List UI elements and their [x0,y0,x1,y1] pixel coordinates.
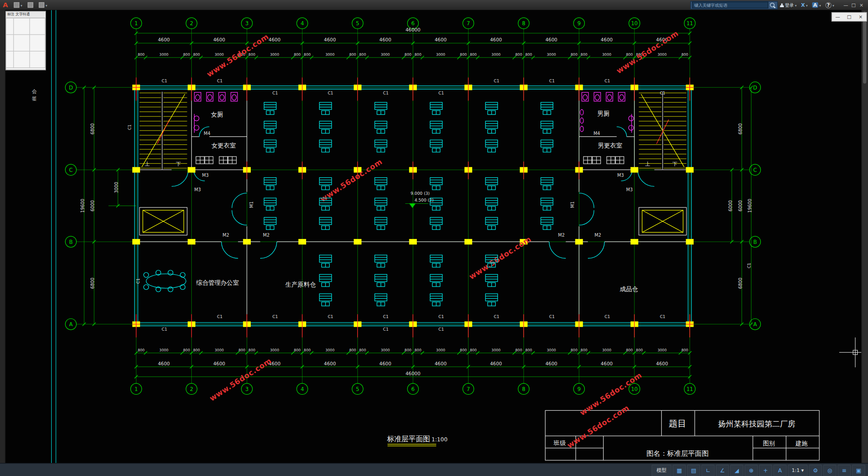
updown-text: 上 [145,161,150,167]
mdi-minimize-button[interactable]: — [833,13,842,21]
help-button[interactable]: ?▾ [825,1,834,9]
isometric-drafting[interactable]: ◢ [730,464,744,476]
door-text: M4 [593,131,600,136]
dimsm-text: 800 [359,348,366,352]
tb3-text: 图别 [763,440,775,447]
drawing-canvas[interactable]: 11223344556677889910101111DDCCBBAA460046… [0,10,868,463]
bubbletxt-text: A [753,321,757,328]
tb3-text: 班级 [554,439,566,446]
tb4-text: 图名：标准层平面图 [646,449,709,458]
autodesk360-button[interactable]: X▾ [801,1,808,9]
dimsm-text: 800 [359,53,366,57]
door-text: M1 [570,202,575,208]
signin-label: 登录 [785,2,794,8]
workbench [430,274,442,287]
dimsm-text: 800 [415,348,421,352]
dimv-text: 19600 [80,199,85,213]
bubbletxt-text: 3 [245,20,249,27]
column [686,167,693,172]
scrollbar-thumb[interactable] [863,12,866,84]
clean-screen[interactable]: ▣ [852,464,865,476]
dimsm-text: 800 [138,348,145,352]
column [465,239,472,244]
bubbletxt-text: 6 [411,20,415,27]
workbench [375,198,387,210]
workbench [264,102,276,114]
close-button[interactable]: × [858,2,865,8]
signin-button[interactable]: 登录▾ [780,1,797,9]
dimsm-text: 800 [249,53,255,57]
chevron-down-icon: ▾ [832,3,834,7]
statusbar: 模型▦▤∟∠◢⊕+A1:1 ▾⚙◎≡▣ [0,463,868,476]
bubbletxt-text: B [69,239,72,245]
menu-browser-button[interactable]: ▾ [12,1,24,9]
dimv-text: 6800 [90,278,95,289]
dim-text: 4600 [213,37,226,42]
dimsm-text: 800 [183,53,190,57]
autocad-logo-icon[interactable]: A [3,0,8,10]
workbench [485,140,497,152]
workbench [375,102,387,114]
win-text: C1 [383,90,389,95]
dim-text: 4600 [213,361,226,366]
dim-text: 46000 [406,27,420,32]
object-snap[interactable]: ⊕ [745,464,758,476]
dimsm-text: 800 [470,348,477,352]
snap-mode[interactable]: ▤ [687,464,701,476]
door-text: M2 [558,233,565,238]
dimsm-text: 800 [405,53,411,57]
search-input[interactable] [692,2,769,9]
restore-button[interactable]: □ [850,2,857,8]
win-text: C1 [549,314,555,319]
bubbletxt-text: 9 [577,20,580,27]
dim-text: 4600 [434,361,447,366]
docked-palette[interactable]: 标注 文字特通 [5,11,46,71]
bubbletxt-text: 10 [631,386,638,392]
vertical-scrollbar[interactable] [861,10,868,463]
model-tab[interactable]: 模型 [651,464,671,476]
bubbletxt-text: 1 [135,386,138,392]
object-snap-tracking[interactable]: + [759,464,773,476]
workbench [430,140,442,152]
dimsm-text: 3000 [492,53,501,57]
app-titlebar: A ▾ ▾ 登录▾ X▾ A▾ ?▾ — □ × [0,0,868,10]
mdi-close-button[interactable]: × [856,13,865,21]
dim-text: 4600 [324,361,336,366]
qat-button-2[interactable]: ▾ [37,1,49,9]
workbench [485,217,497,229]
win-text: C1 [328,314,333,319]
workbench [430,217,442,229]
dim-text: 4600 [269,37,281,42]
win-text: C1 [439,314,444,319]
minimize-button[interactable]: — [842,2,850,8]
dimsm-text: 800 [138,53,145,57]
mdi-restore-button[interactable]: □ [845,13,854,21]
annotation-visibility[interactable]: A [773,464,787,476]
customization[interactable]: ≡ [837,464,851,476]
dimsm-text: 800 [581,348,588,352]
dimsm-text: 3000 [381,53,390,57]
tb1-text: 题目 [669,418,686,429]
qat-button-1[interactable] [26,1,35,9]
dimsm-text: 800 [193,348,200,352]
workbench [485,178,497,190]
dimsm-text: 800 [570,348,577,352]
column [243,239,251,244]
paper-frame-lines [51,10,56,463]
annotation-scale[interactable]: 1:1 ▾ [788,464,808,476]
object-isolate[interactable]: ◎ [823,464,836,476]
exchange-apps-button[interactable]: A▾ [812,1,821,9]
search-icon[interactable] [770,3,774,7]
bubbletxt-text: C [69,167,72,173]
workbench [485,294,497,306]
ortho-mode[interactable]: ∟ [701,464,715,476]
dimsm-text: 3000 [492,348,501,352]
grid-display[interactable]: ▦ [673,464,686,476]
workbench [375,140,387,152]
wm-text: www.56doc.com [615,29,680,75]
help-icon: ? [825,2,832,8]
workspace-switching[interactable]: ⚙ [809,464,822,476]
polar-tracking[interactable]: ∠ [716,464,729,476]
door-text: M2 [595,233,601,238]
workbench [541,140,553,152]
